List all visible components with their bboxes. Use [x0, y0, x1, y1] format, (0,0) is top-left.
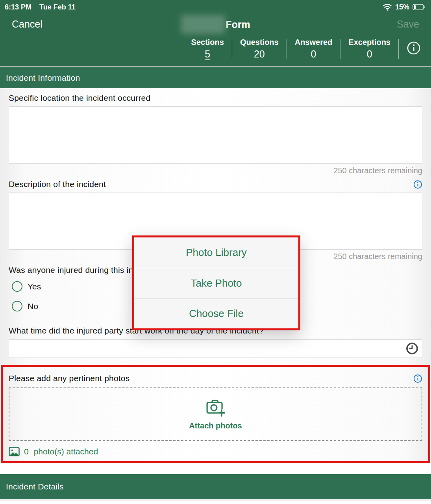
status-date: Tue Feb 11	[39, 3, 76, 11]
description-info-button[interactable]	[413, 180, 422, 189]
location-characters-remaining: 250 characters remaining	[9, 166, 422, 175]
cancel-button[interactable]: Cancel	[12, 19, 43, 30]
app-header: 6:13 PM Tue Feb 11 15%	[0, 0, 431, 66]
action-sheet-item-photo-library[interactable]: Photo Library	[134, 237, 298, 268]
photo-source-action-sheet: Photo Library Take Photo Choose File	[132, 235, 300, 330]
section-header-incident-information: Incident Information	[0, 66, 431, 88]
image-icon	[9, 447, 20, 456]
save-button[interactable]: Save	[397, 19, 419, 30]
info-icon	[407, 41, 421, 57]
photos-attached-status: 0 photo(s) attached	[9, 447, 422, 456]
status-time: 6:13 PM	[5, 3, 31, 11]
photos-count-label: photo(s) attached	[34, 447, 98, 456]
form-title-text: Form	[226, 19, 250, 30]
section-gap	[0, 463, 431, 474]
form-stats: Sections 5 Questions 20 Answered 0 Excep…	[0, 36, 431, 66]
stat-questions: Questions 20	[232, 38, 287, 60]
question-label-description: Description of the incident	[9, 179, 106, 189]
photos-question-annotation-box: Please add any pertinent photos	[1, 365, 430, 463]
section-header-incident-details: Incident Details	[0, 474, 431, 499]
battery-percent: 15%	[395, 3, 409, 11]
redacted-title-blob	[181, 15, 225, 34]
location-textarea[interactable]	[9, 106, 422, 164]
battery-icon	[413, 4, 425, 10]
stat-exceptions: Exceptions 0	[340, 38, 398, 60]
question-label-photos: Please add any pertinent photos	[9, 373, 129, 384]
attach-photos-label: Attach photos	[189, 421, 242, 430]
attach-photos-dropzone[interactable]: Attach photos	[9, 387, 422, 441]
stat-sections[interactable]: Sections 5	[183, 38, 232, 60]
status-bar: 6:13 PM Tue Feb 11 15%	[0, 0, 431, 12]
radio-circle-icon	[12, 281, 22, 292]
bottom-strip	[0, 499, 431, 501]
action-sheet-item-choose-file[interactable]: Choose File	[134, 298, 298, 328]
page-title: Form	[181, 14, 250, 35]
question-label-location: Specific location the incident occurred	[9, 93, 422, 103]
clock-icon[interactable]	[405, 342, 419, 355]
photos-info-button[interactable]	[413, 374, 422, 383]
stat-answered: Answered 0	[287, 38, 340, 60]
radio-circle-icon	[12, 301, 22, 311]
photos-count: 0	[24, 447, 29, 456]
action-sheet-item-take-photo[interactable]: Take Photo	[134, 268, 298, 298]
camera-add-icon	[205, 398, 227, 417]
header-info-button[interactable]	[399, 38, 425, 60]
wifi-icon	[383, 4, 392, 11]
nav-bar: Cancel Form Save	[0, 12, 431, 36]
start-time-input[interactable]	[9, 339, 422, 358]
